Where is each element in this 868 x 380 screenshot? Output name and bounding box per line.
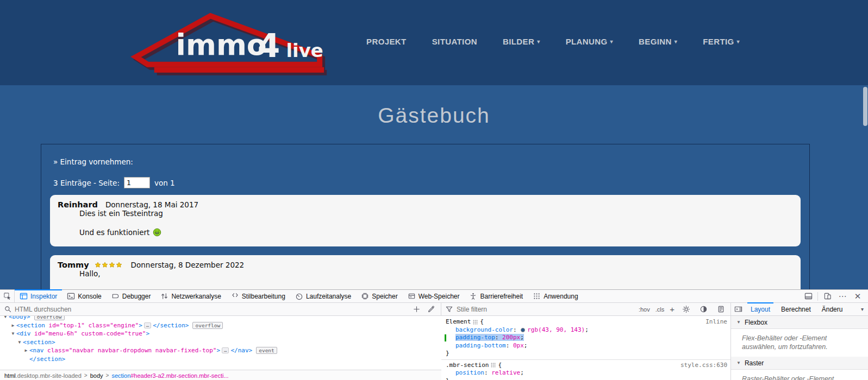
rule-selector[interactable]: .mbr-section: [446, 362, 489, 370]
logo-word: immo: [176, 27, 267, 61]
twisty-icon[interactable]: ▼: [16, 338, 23, 347]
twisty-icon: ▼: [736, 360, 741, 365]
tab-label: Inspektor: [30, 293, 57, 300]
light-scheme-simulation-button[interactable]: [680, 303, 692, 315]
sidebar-tab-aenderungen[interactable]: Änderu: [816, 303, 848, 316]
css-declaration[interactable]: padding-top: 200px;: [441, 334, 730, 342]
layout-section-header-raster[interactable]: ▼Raster: [731, 357, 868, 370]
style-editor-icon: [231, 292, 239, 300]
split-console-icon: [804, 292, 813, 300]
markup-search-input[interactable]: [15, 306, 408, 313]
declaration-text: padding-bottom: 0px;: [455, 342, 527, 349]
add-node-button[interactable]: [410, 303, 422, 315]
print-media-button[interactable]: [715, 303, 727, 315]
css-declaration[interactable]: position: relative;: [441, 369, 730, 377]
tab-stilbearbeitung[interactable]: Stilbearbeitung: [226, 290, 290, 302]
split-console-button[interactable]: [802, 290, 814, 302]
badge-overflow[interactable]: overflow: [34, 316, 65, 320]
color-swatch[interactable]: [521, 328, 525, 332]
tab-laufzeitanalyse[interactable]: Laufzeitanalyse: [290, 290, 356, 302]
page-total-label: von 1: [154, 179, 175, 187]
nav-item-label: BEGINN: [639, 37, 672, 46]
eyedropper-button[interactable]: [425, 303, 437, 315]
close-button[interactable]: ✕: [852, 290, 864, 302]
entry-date: Donnerstag, 18 Mai 2017: [105, 200, 198, 209]
css-declaration[interactable]: padding-bottom: 0px;: [441, 342, 730, 350]
markup-line[interactable]: ▼<section>: [0, 338, 441, 347]
breadcrumb-item-html[interactable]: html.desktop.mbr-site-loaded: [4, 372, 82, 379]
markup-line[interactable]: </section>: [0, 355, 441, 364]
css-declaration[interactable]: background-color: rgb(43, 90, 143);: [441, 326, 730, 334]
style-filter-input[interactable]: [457, 306, 635, 313]
console-icon: [67, 292, 75, 300]
breadcrumb-separator: >: [106, 372, 109, 378]
rule-source-link[interactable]: style.css:630: [680, 362, 727, 370]
breadcrumb-item-section[interactable]: section#header3-a2.mbr-section.mbr-secti…: [111, 372, 228, 379]
memory-icon: [361, 292, 369, 300]
entry-message-line: Dies ist ein Testeintrag: [79, 209, 793, 219]
tab-speicher[interactable]: Speicher: [356, 290, 402, 302]
guestbook-entry: TommyDonnerstag, 8 Dezember 2022Hallo, m…: [50, 255, 801, 290]
tab-debugger[interactable]: Debugger: [107, 290, 156, 302]
pseudo-class-button[interactable]: :hov: [639, 306, 650, 313]
entry-date: Donnerstag, 8 Dezember 2022: [131, 261, 245, 269]
tab-netzwerkanalyse[interactable]: Netzwerkanalyse: [155, 290, 226, 302]
responsive-button[interactable]: [821, 290, 833, 302]
collapsed-children-button[interactable]: …: [222, 347, 229, 353]
property-value: 0px: [513, 342, 524, 349]
nav-item-fertig[interactable]: FERTIG▾: [703, 37, 740, 46]
collapsed-children-button[interactable]: …: [144, 322, 151, 328]
meatballs-button[interactable]: ⋯: [836, 290, 848, 302]
tab-anwendung[interactable]: Anwendung: [528, 290, 583, 302]
chevron-down-icon: ▾: [537, 39, 540, 45]
application-icon: [533, 292, 541, 300]
tab-barrierefreiheit[interactable]: Barrierefreiheit: [464, 290, 528, 302]
nav-item-situation[interactable]: SITUATION: [432, 37, 477, 46]
nav-item-bilder[interactable]: BILDER▾: [503, 37, 540, 46]
twisty-icon[interactable]: ▶: [10, 321, 16, 330]
pick-element-button[interactable]: [0, 290, 15, 302]
markup-line[interactable]: ▶<section id="top-1" class="engine">…</s…: [0, 321, 441, 330]
browser-viewport: immo 4 live PROJEKTSITUATIONBILDER▾PLANU…: [0, 0, 868, 289]
sidebar-tabs-overflow-button[interactable]: ▾: [861, 306, 868, 312]
nav-item-planung[interactable]: PLANUNG▾: [566, 37, 613, 46]
tab-konsole[interactable]: Konsole: [62, 290, 106, 302]
filter-icon: [445, 305, 453, 313]
tab-inspektor[interactable]: Inspektor: [15, 290, 62, 302]
guestbook-pagination: 3 Einträge - Seite: von 1: [53, 177, 797, 188]
devtools-content: ▼<body>overflow▶<section id="top-1" clas…: [0, 316, 868, 380]
badge-event[interactable]: event: [256, 347, 277, 354]
twisty-icon[interactable]: ▼: [10, 330, 16, 338]
new-entry-link[interactable]: » Eintrag vornehmen:: [53, 157, 133, 166]
sidebar-toggle-button[interactable]: [731, 305, 745, 313]
rule-selector[interactable]: Element: [446, 318, 471, 326]
site-logo[interactable]: immo 4 live: [129, 8, 335, 78]
sidebar-tab-layout[interactable]: Layout: [745, 303, 776, 316]
tab-label: Laufzeitanalyse: [306, 293, 351, 300]
nav-item-beginn[interactable]: BEGINN▾: [639, 37, 677, 46]
tab-web-speicher[interactable]: Web-Speicher: [403, 290, 465, 302]
class-toggle-button[interactable]: .cls: [655, 306, 665, 313]
page-scrollbar[interactable]: [863, 87, 867, 126]
open-brace: {: [480, 318, 484, 326]
markup-line[interactable]: ▼<body>overflow: [0, 316, 441, 321]
twisty-icon[interactable]: ▶: [23, 346, 29, 355]
property-name: position: [455, 369, 484, 376]
twisty-icon[interactable]: ▼: [2, 316, 9, 321]
sidebar-tab-berechnet[interactable]: Berechnet: [776, 303, 816, 316]
markup-token: </section>: [153, 321, 189, 330]
markup-line[interactable]: ▼<div id="menu-6h" custom-code="true">: [0, 330, 441, 338]
layout-section-header-flexbox[interactable]: ▼Flexbox: [731, 316, 868, 329]
nav-item-label: PROJEKT: [366, 37, 407, 46]
breadcrumb-item-body[interactable]: body: [90, 372, 103, 379]
add-rule-button[interactable]: +: [670, 305, 675, 314]
nav-item-projekt[interactable]: PROJEKT: [366, 37, 407, 46]
markup-line[interactable]: ▶<nav class="navbar navbar-dropdown navb…: [0, 346, 441, 355]
dark-scheme-simulation-button[interactable]: [697, 303, 709, 315]
sidebar-tabs-bar: Layout Berechnet Änderu ▾: [731, 303, 868, 315]
badge-overflow[interactable]: overflow: [192, 322, 223, 329]
page-number-input[interactable]: [124, 177, 150, 188]
tab-label: Konsole: [78, 293, 101, 300]
markup-token: >: [139, 321, 142, 330]
rule-source-link[interactable]: Inline: [705, 318, 727, 326]
